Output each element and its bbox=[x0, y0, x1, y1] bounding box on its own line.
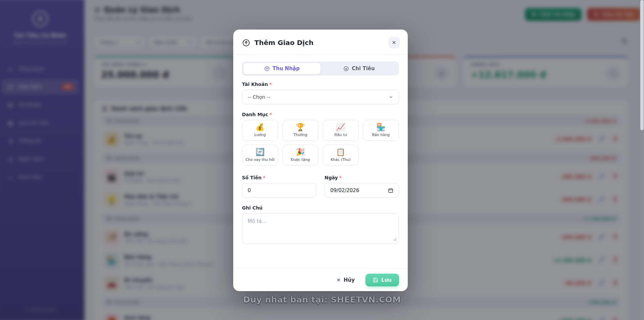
clipboard-icon: 📋 bbox=[336, 148, 345, 156]
category-option[interactable]: 📈 Đầu tư bbox=[323, 120, 359, 141]
category-option[interactable]: 📋 Khác (Thu) bbox=[323, 145, 359, 166]
date-label: Ngày* bbox=[325, 175, 399, 180]
page-scrollbar[interactable] bbox=[640, 0, 644, 320]
close-button[interactable]: ✕ bbox=[388, 37, 400, 48]
cycle-icon: 🔄 bbox=[255, 148, 264, 156]
chevron-down-icon bbox=[389, 95, 393, 99]
note-textarea[interactable] bbox=[242, 213, 399, 244]
date-field[interactable]: 09/02/2026 bbox=[325, 183, 399, 198]
store-icon: 🏪 bbox=[376, 124, 385, 131]
category-option[interactable]: 🎉 Được tặng bbox=[282, 145, 318, 166]
account-label: Tài Khoản* bbox=[242, 82, 399, 87]
category-option-label: Thưởng bbox=[293, 133, 307, 137]
category-grid: 💰 Lương 🏆 Thưởng 📈 Đầu tư 🏪 Bán hàng 🔄 C… bbox=[242, 120, 399, 166]
category-option-label: Được tặng bbox=[291, 157, 310, 162]
cancel-button[interactable]: ✕ Hủy bbox=[335, 277, 357, 283]
arrow-up-circle-icon bbox=[242, 39, 250, 47]
arrow-up-circle-icon bbox=[264, 66, 270, 72]
transaction-type-tabs: Thu Nhập Chi Tiêu bbox=[242, 61, 399, 76]
amount-input[interactable] bbox=[248, 187, 311, 193]
required-asterisk: * bbox=[269, 112, 272, 117]
category-option[interactable]: 💰 Lương bbox=[242, 120, 278, 141]
save-icon bbox=[373, 277, 378, 283]
modal-header: Thêm Giao Dịch ✕ bbox=[233, 30, 408, 55]
calendar-icon[interactable] bbox=[388, 188, 393, 193]
account-dropdown[interactable]: -- Chọn -- bbox=[242, 90, 399, 104]
modal-title: Thêm Giao Dịch bbox=[254, 39, 313, 47]
category-option-label: Cho vay thu hồi bbox=[246, 157, 275, 162]
arrow-down-circle-icon bbox=[343, 66, 349, 72]
modal-body: Thu Nhập Chi Tiêu Tài Khoản* -- Chọn -- bbox=[233, 55, 408, 268]
money-bag-icon: 💰 bbox=[255, 124, 264, 131]
trophy-icon: 🏆 bbox=[296, 124, 305, 131]
save-button[interactable]: Lưu bbox=[365, 274, 399, 286]
resize-handle-icon[interactable] bbox=[393, 236, 397, 242]
modal-footer: ✕ Hủy Lưu bbox=[233, 268, 408, 291]
tab-income[interactable]: Thu Nhập bbox=[243, 63, 320, 74]
amount-label: Số Tiền* bbox=[242, 175, 316, 180]
category-option[interactable]: 🏆 Thưởng bbox=[282, 120, 318, 141]
category-option-label: Khác (Thu) bbox=[331, 157, 351, 162]
amount-field[interactable] bbox=[242, 183, 316, 198]
required-asterisk: * bbox=[263, 175, 265, 180]
add-transaction-modal: Thêm Giao Dịch ✕ Thu Nhập Chi Tiêu bbox=[233, 30, 408, 291]
required-asterisk: * bbox=[269, 82, 271, 87]
close-icon: ✕ bbox=[337, 277, 341, 283]
chart-up-icon: 📈 bbox=[336, 124, 345, 131]
category-option[interactable]: 🔄 Cho vay thu hồi bbox=[242, 145, 278, 166]
page: S Chi Tiêu Cá Nhân Quản lý tài chính thô… bbox=[0, 0, 644, 320]
required-asterisk: * bbox=[339, 175, 342, 180]
note-label: Ghi Chú bbox=[242, 205, 399, 211]
note-field bbox=[242, 213, 399, 245]
party-icon: 🎉 bbox=[296, 148, 305, 156]
tab-expense[interactable]: Chi Tiêu bbox=[320, 63, 398, 74]
scrollbar-thumb[interactable] bbox=[640, 0, 644, 130]
category-label: Danh Mục* bbox=[242, 112, 399, 117]
category-option-label: Đầu tư bbox=[334, 133, 347, 137]
category-option[interactable]: 🏪 Bán hàng bbox=[363, 120, 399, 141]
category-option-label: Lương bbox=[254, 133, 266, 137]
category-option-label: Bán hàng bbox=[372, 133, 390, 137]
watermark-text: Duy nhất bán tại: SHEETVN.COM bbox=[0, 295, 644, 305]
